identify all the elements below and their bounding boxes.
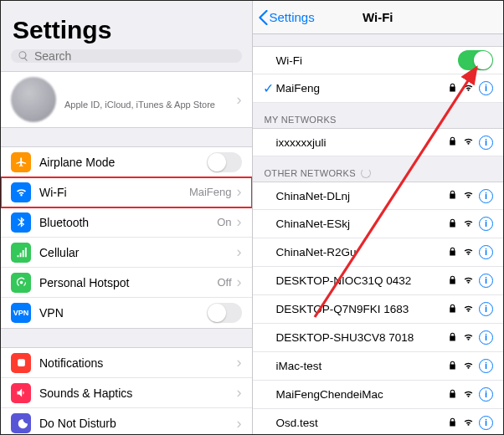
info-button[interactable]: i (479, 81, 493, 95)
hotspot-detail: Off (217, 276, 231, 289)
chevron-right-icon: › (237, 384, 242, 402)
settings-row-sound[interactable]: Sounds & Haptics› (1, 378, 252, 408)
info-button[interactable]: i (479, 359, 493, 373)
settings-row-cellular[interactable]: Cellular› (1, 238, 252, 268)
row-label: Notifications (39, 356, 235, 370)
info-button[interactable]: i (479, 330, 493, 345)
row-label: Cellular (39, 246, 235, 259)
settings-row-hotspot[interactable]: Personal HotspotOff› (1, 268, 252, 298)
network-row[interactable]: iMac-test i (253, 352, 504, 381)
chevron-right-icon: › (237, 91, 242, 109)
network-name: MaiFeng (276, 82, 448, 95)
network-row[interactable]: DESKTOP-SHU3CV8 7018 i (253, 324, 504, 352)
nav-bar: Settings Wi-Fi (253, 1, 504, 34)
settings-row-notify[interactable]: Notifications› (1, 348, 252, 378)
wifi-signal-icon (463, 274, 474, 289)
info-button[interactable]: i (479, 189, 493, 203)
settings-row-wifi[interactable]: Wi-FiMaiFeng› (1, 177, 252, 207)
wifi-icon (11, 182, 31, 202)
info-button[interactable]: i (479, 274, 493, 288)
lock-icon (447, 135, 458, 150)
network-name: Osd.test (276, 417, 448, 429)
check-icon: ✓ (263, 80, 276, 96)
lock-icon (447, 359, 458, 374)
airplane-icon (11, 152, 31, 172)
section-other-networks: OTHER NETWORKS (253, 156, 504, 182)
lock-icon (447, 188, 458, 203)
network-row[interactable]: DESKTOP-Q7N9FKI 1683 i (253, 295, 504, 324)
wifi-toggle[interactable] (458, 50, 493, 70)
airplane-toggle[interactable] (207, 152, 242, 172)
settings-row-airplane[interactable]: Airplane Mode (1, 147, 252, 177)
wifi-signal-icon (463, 387, 474, 402)
dnd-icon (11, 413, 31, 433)
settings-row-bluetooth[interactable]: BluetoothOn› (1, 207, 252, 238)
wifi-list: Wi-Fi ✓ MaiFeng i MY NETWORKS ixxxxxxjul… (253, 34, 504, 434)
info-button[interactable]: i (479, 245, 493, 259)
search-bar[interactable] (11, 49, 242, 63)
lock-icon (447, 416, 458, 431)
svg-rect-0 (18, 359, 25, 366)
search-input[interactable] (34, 49, 235, 63)
network-row[interactable]: ✓ MaiFeng i (253, 74, 504, 103)
chevron-right-icon: › (237, 213, 242, 231)
network-name: ChinaNet-R2Gu (276, 246, 448, 258)
settings-group-alerts: Notifications› Sounds & Haptics› Do Not … (1, 347, 252, 434)
bluetooth-icon (11, 212, 31, 233)
info-button[interactable]: i (479, 416, 493, 430)
settings-row-dnd[interactable]: Do Not Disturb› (1, 408, 252, 434)
wifi-signal-icon (463, 330, 474, 345)
settings-row-vpn[interactable]: VPN VPN (1, 298, 252, 328)
lock-icon (447, 387, 458, 402)
wifi-signal-icon (463, 359, 474, 374)
lock-icon (447, 330, 458, 345)
search-icon (18, 50, 29, 62)
network-row[interactable]: ChinaNet-DLnj i (253, 182, 504, 210)
spinner-icon (361, 168, 371, 178)
section-my-networks: MY NETWORKS (253, 103, 504, 128)
cellular-icon (11, 243, 31, 263)
chevron-left-icon (258, 10, 268, 25)
apple-id-row[interactable]: Apple ID, iCloud, iTunes & App Store › (1, 71, 252, 128)
info-button[interactable]: i (479, 302, 493, 316)
account-name-redacted (64, 90, 237, 100)
lock-icon (447, 302, 458, 317)
notify-icon (11, 353, 31, 373)
chevron-right-icon: › (237, 243, 242, 261)
hotspot-icon (11, 273, 31, 293)
lock-icon (447, 81, 458, 96)
network-row[interactable]: Osd.test i (253, 409, 504, 434)
back-label: Settings (270, 10, 315, 24)
network-row[interactable]: ChinaNet-ESkj i (253, 210, 504, 238)
network-name: ChinaNet-ESkj (276, 218, 448, 230)
network-row[interactable]: ChinaNet-R2Gu i (253, 238, 504, 267)
page-title: Settings (1, 1, 252, 49)
info-button[interactable]: i (479, 217, 493, 231)
network-row[interactable]: ixxxxxxjuli i (253, 128, 504, 156)
wifi-signal-icon (463, 188, 474, 203)
row-label: Personal Hotspot (39, 276, 217, 289)
back-button[interactable]: Settings (253, 10, 315, 25)
sound-icon (11, 383, 31, 403)
wifi-signal-icon (463, 245, 474, 260)
account-sub: Apple ID, iCloud, iTunes & App Store (64, 100, 237, 110)
lock-icon (447, 217, 458, 232)
row-label: Do Not Disturb (39, 417, 235, 430)
bluetooth-detail: On (217, 216, 231, 228)
network-name: DESKTOP-SHU3CV8 7018 (276, 331, 448, 344)
chevron-right-icon: › (237, 415, 242, 432)
network-row[interactable]: MaiFengChendeiMac i (253, 381, 504, 409)
wifi-master-row: Wi-Fi (253, 46, 504, 74)
chevron-right-icon: › (237, 183, 242, 201)
wifi-signal-icon (463, 135, 474, 150)
lock-icon (447, 274, 458, 289)
info-button[interactable]: i (479, 136, 493, 150)
network-row[interactable]: DESKTOP-NIOC31Q 0432 i (253, 267, 504, 295)
network-name: DESKTOP-NIOC31Q 0432 (276, 274, 448, 287)
lock-icon (447, 245, 458, 260)
chevron-right-icon: › (237, 354, 242, 371)
network-name: iMac-test (276, 360, 448, 372)
vpn-toggle[interactable] (207, 303, 242, 323)
wifi-pane: Settings Wi-Fi Wi-Fi ✓ MaiFeng i MY NETW… (253, 1, 504, 434)
info-button[interactable]: i (479, 387, 493, 402)
